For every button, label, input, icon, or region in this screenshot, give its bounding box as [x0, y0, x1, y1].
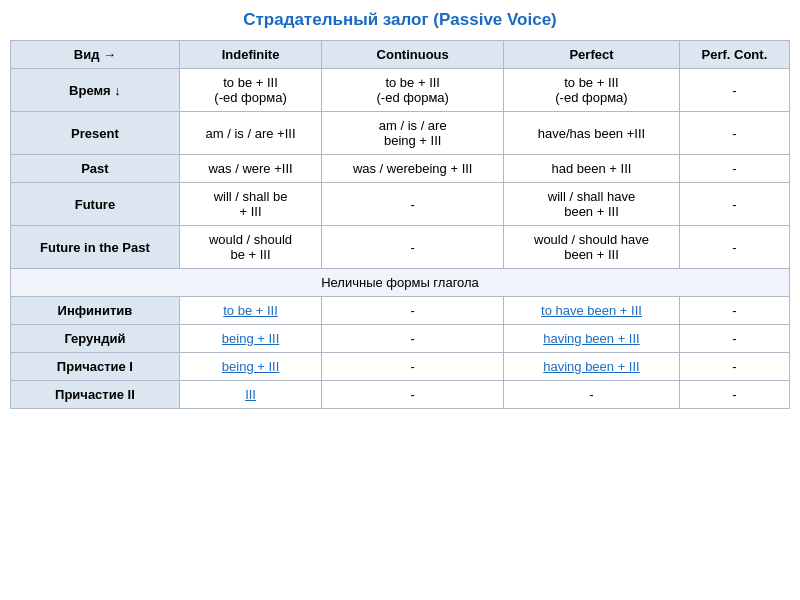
table-cell: would / should have been + III — [504, 226, 680, 269]
table-cell: - — [322, 226, 504, 269]
table-cell: was / were +III — [179, 155, 321, 183]
table-cell: - — [322, 297, 504, 325]
row-header: Past — [11, 155, 180, 183]
row-header: Причастие I — [11, 353, 180, 381]
link-text[interactable]: having been + III — [543, 331, 640, 346]
link-text[interactable]: to have been + III — [541, 303, 642, 318]
table-cell: - — [504, 381, 680, 409]
table-row: Future in the Pastwould / should be + II… — [11, 226, 790, 269]
table-cell: - — [322, 381, 504, 409]
table-row: Pastwas / were +IIIwas / werebeing + III… — [11, 155, 790, 183]
link-text[interactable]: being + III — [222, 359, 279, 374]
table-cell: - — [679, 155, 789, 183]
table-cell: am / is / are being + III — [322, 112, 504, 155]
table-cell: being + III — [179, 325, 321, 353]
link-text[interactable]: having been + III — [543, 359, 640, 374]
table-cell: to be + III (-ed форма) — [179, 69, 321, 112]
table-cell: - — [679, 297, 789, 325]
table-cell: - — [679, 69, 789, 112]
table-cell: - — [679, 183, 789, 226]
table-cell: - — [679, 226, 789, 269]
table-row: Причастие Ibeing + III-having been + III… — [11, 353, 790, 381]
row-header: Future in the Past — [11, 226, 180, 269]
table-cell: had been + III — [504, 155, 680, 183]
table-cell: III — [179, 381, 321, 409]
row-header: Герундий — [11, 325, 180, 353]
table-cell: am / is / are +III — [179, 112, 321, 155]
table-cell: being + III — [179, 353, 321, 381]
table-cell: having been + III — [504, 325, 680, 353]
row-header: Present — [11, 112, 180, 155]
col-header-perf-cont: Perf. Cont. — [679, 41, 789, 69]
row-header: Время ↓ — [11, 69, 180, 112]
table-cell: - — [322, 183, 504, 226]
table-cell: - — [322, 353, 504, 381]
link-text[interactable]: to be + III — [223, 303, 278, 318]
table-cell: was / werebeing + III — [322, 155, 504, 183]
table-cell: will / shall be + III — [179, 183, 321, 226]
row-header: Future — [11, 183, 180, 226]
passive-voice-table: Вид → Indefinite Continuous Perfect Perf… — [10, 40, 790, 409]
table-cell: - — [679, 353, 789, 381]
table-cell: having been + III — [504, 353, 680, 381]
table-row: Инфинитивto be + III-to have been + III- — [11, 297, 790, 325]
col-header-continuous: Continuous — [322, 41, 504, 69]
table-cell: - — [679, 325, 789, 353]
row-header: Инфинитив — [11, 297, 180, 325]
table-cell: - — [679, 112, 789, 155]
table-row: Время ↓to be + III (-ed форма)to be + II… — [11, 69, 790, 112]
table-cell: have/has been +III — [504, 112, 680, 155]
table-cell: would / should be + III — [179, 226, 321, 269]
col-header-indefinite: Indefinite — [179, 41, 321, 69]
col-header-perfect: Perfect — [504, 41, 680, 69]
row-header: Причастие II — [11, 381, 180, 409]
table-cell: - — [679, 381, 789, 409]
page-title: Страдательный залог (Passive Voice) — [243, 10, 557, 30]
table-cell: to be + III (-ed форма) — [504, 69, 680, 112]
col-header-vid: Вид → — [11, 41, 180, 69]
table-row: Причастие IIIII--- — [11, 381, 790, 409]
table-cell: to be + III — [179, 297, 321, 325]
table-cell: will / shall have been + III — [504, 183, 680, 226]
section-header: Неличные формы глагола — [11, 269, 790, 297]
link-text[interactable]: III — [245, 387, 256, 402]
table-row: Герундийbeing + III-having been + III- — [11, 325, 790, 353]
table-row: Futurewill / shall be + III-will / shall… — [11, 183, 790, 226]
table-cell: to be + III (-ed форма) — [322, 69, 504, 112]
table-cell: - — [322, 325, 504, 353]
table-row: Presentam / is / are +IIIam / is / are b… — [11, 112, 790, 155]
link-text[interactable]: being + III — [222, 331, 279, 346]
table-cell: to have been + III — [504, 297, 680, 325]
